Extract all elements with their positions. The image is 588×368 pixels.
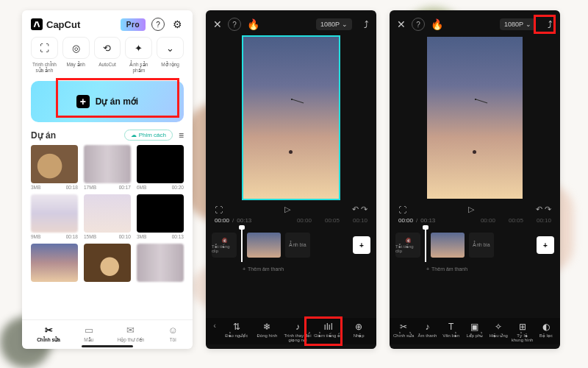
project-thumb[interactable]: 17MB00:17 xyxy=(84,145,131,190)
tab-templates[interactable]: ▭Mẫu xyxy=(84,325,93,343)
close-icon[interactable]: ✕ xyxy=(213,18,222,30)
tool-filter[interactable]: ◐Bộ lọc xyxy=(535,321,557,340)
tool-product-photo[interactable]: ✦ xyxy=(125,37,152,59)
playhead[interactable] xyxy=(241,228,243,262)
tool-audio[interactable]: ♪Âm thanh xyxy=(416,321,438,340)
tool-expand[interactable]: ⌄ xyxy=(157,37,184,59)
tab-inbox[interactable]: ✉Hộp thư đến xyxy=(118,325,145,343)
pro-badge[interactable]: Pro xyxy=(121,18,146,31)
project-thumb[interactable] xyxy=(31,244,78,282)
project-thumb[interactable]: 6MB00:20 xyxy=(137,145,184,190)
export-icon[interactable]: ⤴ xyxy=(364,19,369,30)
timeline[interactable]: 🔇Tắt tiếng clip Ảnh bìa + xyxy=(206,225,376,265)
video-clip[interactable] xyxy=(247,233,281,258)
screen-home: CapCut Pro ? ⚙ ⛶ ◎ ⟲ ✦ ⌄ Trình chỉnh sửa… xyxy=(22,10,193,349)
help-icon[interactable]: ? xyxy=(412,18,425,31)
add-audio-row[interactable]: +Thêm âm thanh xyxy=(206,265,376,276)
home-indicator xyxy=(82,345,133,347)
add-clip-button[interactable]: + xyxy=(537,236,554,254)
tool-voice-changer[interactable]: ♪Trình thay đổi giọng nói xyxy=(283,321,312,344)
fullscreen-icon[interactable]: ⛶ xyxy=(215,205,223,214)
tool-text[interactable]: TVăn bản xyxy=(440,321,462,340)
video-clip[interactable] xyxy=(431,233,465,258)
project-thumb[interactable]: 3MB00:13 xyxy=(137,194,184,239)
cloud-button[interactable]: ☁ Phim cách xyxy=(124,130,173,141)
playhead[interactable] xyxy=(425,228,426,262)
tool-effects[interactable]: ✧Hiệu ứng xyxy=(487,321,509,340)
resolution-selector[interactable]: 1080P⌄ xyxy=(500,18,536,30)
play-icon[interactable]: ▷ xyxy=(284,205,290,214)
bottom-tabbar: ✂Chỉnh sửa ▭Mẫu ✉Hộp thư đến ☺Tôi xyxy=(22,319,193,344)
fullscreen-icon[interactable]: ⛶ xyxy=(398,205,406,214)
video-preview[interactable] xyxy=(427,37,523,199)
sort-icon[interactable]: ≡ xyxy=(179,130,184,141)
add-clip-button[interactable]: + xyxy=(353,236,370,254)
tool-noise-reduction[interactable]: ılılGiảm tiếng ồn xyxy=(314,321,343,340)
chevron-down-icon: ⌄ xyxy=(526,21,531,28)
tool-import[interactable]: ⊕Nhập xyxy=(344,321,373,340)
resolution-selector[interactable]: 1080P⌄ xyxy=(316,18,352,30)
project-thumb[interactable]: 9MB00:18 xyxy=(31,194,78,239)
flame-icon[interactable]: 🔥 xyxy=(431,18,443,30)
projects-heading: Dự án xyxy=(31,130,56,141)
project-thumb[interactable] xyxy=(137,244,184,282)
tool-aspect-ratio[interactable]: ⊞Tỷ lệ khung hình xyxy=(511,321,533,344)
help-icon[interactable]: ? xyxy=(151,18,165,31)
tool-edit[interactable]: ✂Chỉnh sửa xyxy=(392,321,415,340)
mute-clip-button[interactable]: 🔇Tắt tiếng clip xyxy=(395,233,420,258)
tool-freeze[interactable]: ❄Đóng hình xyxy=(253,321,282,340)
tab-edit[interactable]: ✂Chỉnh sửa xyxy=(37,325,60,343)
add-audio-row[interactable]: +Thêm âm thanh xyxy=(390,265,560,276)
undo-icon[interactable]: ↶ ↷ xyxy=(352,205,368,214)
app-logo: CapCut xyxy=(31,18,80,30)
video-preview[interactable] xyxy=(243,37,339,199)
chevron-down-icon: ⌄ xyxy=(342,21,348,28)
settings-icon[interactable]: ⚙ xyxy=(171,18,184,31)
plus-icon: + xyxy=(76,95,90,108)
capcut-icon xyxy=(31,18,43,30)
project-thumb[interactable]: 3MB00:18 xyxy=(31,145,78,190)
new-project-button[interactable]: + Dự án mới xyxy=(31,81,184,122)
main-toolbar: ✂Chỉnh sửa ♪Âm thanh TVăn bản ▣Lớp phủ ✧… xyxy=(390,318,560,344)
screen-editor-noise: ✕ ? 🔥 1080P⌄ ⤴ ⛶ ▷ ↶ ↷ 00:00/00:1300:000… xyxy=(206,10,376,349)
mute-clip-button[interactable]: 🔇Tắt tiếng clip xyxy=(212,233,237,258)
export-icon[interactable]: ⤴ xyxy=(548,19,553,30)
scroll-left-icon[interactable]: ‹ xyxy=(209,321,220,330)
screen-editor-export: ✕ ? 🔥 1080P⌄ ⤴ ⛶ ▷ ↶ ↷ 00:00/00:1300:000… xyxy=(390,10,560,349)
undo-icon[interactable]: ↶ ↷ xyxy=(536,205,551,214)
tool-reverse[interactable]: ⇅Đảo ngược xyxy=(222,321,251,340)
tool-overlay[interactable]: ▣Lớp phủ xyxy=(464,321,486,340)
cover-button[interactable]: Ảnh bìa xyxy=(285,233,310,258)
tab-me[interactable]: ☺Tôi xyxy=(168,325,178,343)
flame-icon[interactable]: 🔥 xyxy=(247,18,259,30)
timeline[interactable]: 🔇Tắt tiếng clip Ảnh bìa + xyxy=(390,225,560,265)
clip-toolbar: ‹ ⇅Đảo ngược ❄Đóng hình ♪Trình thay đổi … xyxy=(206,318,376,344)
app-name: CapCut xyxy=(46,19,80,30)
project-thumb[interactable] xyxy=(84,244,131,282)
play-icon[interactable]: ▷ xyxy=(468,205,474,214)
project-thumb[interactable]: 15MB00:10 xyxy=(84,194,131,239)
cover-button[interactable]: Ảnh bìa xyxy=(469,233,494,258)
close-icon[interactable]: ✕ xyxy=(397,18,406,30)
help-icon[interactable]: ? xyxy=(228,18,241,31)
tool-photo-editor[interactable]: ⛶ xyxy=(31,37,58,59)
tool-camera[interactable]: ◎ xyxy=(62,37,90,59)
tool-autocut[interactable]: ⟲ xyxy=(94,37,121,59)
